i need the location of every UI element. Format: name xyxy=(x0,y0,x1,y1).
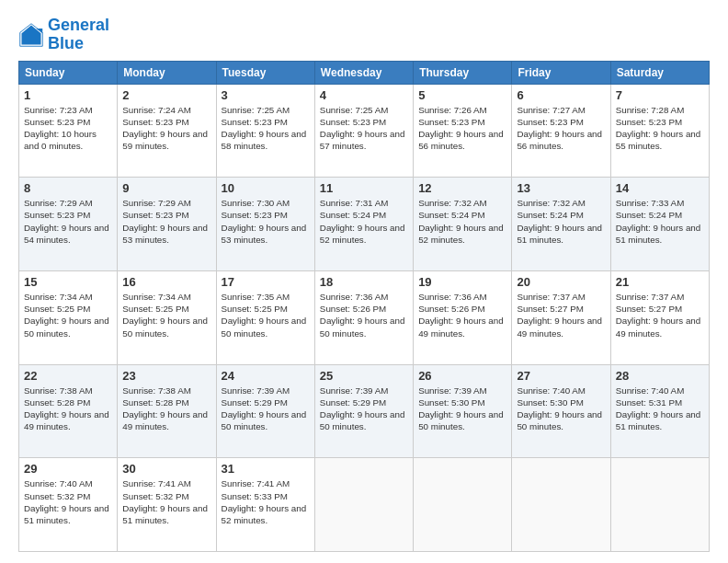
day-number: 24 xyxy=(222,369,310,383)
day-number: 29 xyxy=(24,462,112,476)
day-number: 17 xyxy=(222,275,310,289)
day-info: Sunrise: 7:36 AMSunset: 5:26 PMDaylight:… xyxy=(320,291,408,339)
day-number: 7 xyxy=(616,88,704,102)
day-info: Sunrise: 7:33 AMSunset: 5:24 PMDaylight:… xyxy=(616,197,704,246)
calendar-cell: 11 Sunrise: 7:31 AMSunset: 5:24 PMDaylig… xyxy=(314,178,413,271)
weekday-header-friday: Friday xyxy=(512,61,610,84)
day-number: 3 xyxy=(222,88,310,102)
weekday-header-sunday: Sunday xyxy=(19,61,118,84)
day-info: Sunrise: 7:34 AMSunset: 5:25 PMDaylight:… xyxy=(122,291,210,339)
day-info: Sunrise: 7:41 AMSunset: 5:32 PMDaylight:… xyxy=(122,477,210,526)
calendar-cell: 20 Sunrise: 7:37 AMSunset: 5:27 PMDaylig… xyxy=(512,270,610,364)
calendar-cell: 12 Sunrise: 7:32 AMSunset: 5:24 PMDaylig… xyxy=(414,178,512,271)
day-info: Sunrise: 7:39 AMSunset: 5:29 PMDaylight:… xyxy=(222,385,310,433)
day-number: 5 xyxy=(418,88,506,102)
day-info: Sunrise: 7:37 AMSunset: 5:27 PMDaylight:… xyxy=(616,291,704,339)
day-number: 10 xyxy=(222,181,310,195)
day-number: 13 xyxy=(517,181,605,195)
day-info: Sunrise: 7:38 AMSunset: 5:28 PMDaylight:… xyxy=(122,385,210,433)
calendar-cell: 28 Sunrise: 7:40 AMSunset: 5:31 PMDaylig… xyxy=(610,364,709,458)
calendar-header-row: SundayMondayTuesdayWednesdayThursdayFrid… xyxy=(19,61,710,84)
calendar-cell: 22 Sunrise: 7:38 AMSunset: 5:28 PMDaylig… xyxy=(19,364,118,458)
day-info: Sunrise: 7:36 AMSunset: 5:26 PMDaylight:… xyxy=(418,291,506,339)
day-info: Sunrise: 7:28 AMSunset: 5:23 PMDaylight:… xyxy=(616,104,704,153)
day-number: 25 xyxy=(320,369,408,383)
weekday-header-thursday: Thursday xyxy=(414,61,512,84)
day-info: Sunrise: 7:27 AMSunset: 5:23 PMDaylight:… xyxy=(517,104,605,153)
day-info: Sunrise: 7:31 AMSunset: 5:24 PMDaylight:… xyxy=(320,197,408,246)
calendar-cell xyxy=(414,458,512,552)
calendar-cell: 10 Sunrise: 7:30 AMSunset: 5:23 PMDaylig… xyxy=(216,178,314,271)
calendar-week-row: 22 Sunrise: 7:38 AMSunset: 5:28 PMDaylig… xyxy=(19,364,710,458)
weekday-header-wednesday: Wednesday xyxy=(314,61,413,84)
calendar-cell: 16 Sunrise: 7:34 AMSunset: 5:25 PMDaylig… xyxy=(118,270,216,364)
day-info: Sunrise: 7:41 AMSunset: 5:33 PMDaylight:… xyxy=(222,477,310,526)
day-number: 12 xyxy=(418,181,506,195)
calendar-cell: 25 Sunrise: 7:39 AMSunset: 5:29 PMDaylig… xyxy=(314,364,413,458)
logo-icon xyxy=(18,22,44,48)
calendar-cell: 26 Sunrise: 7:39 AMSunset: 5:30 PMDaylig… xyxy=(414,364,512,458)
calendar-cell: 24 Sunrise: 7:39 AMSunset: 5:29 PMDaylig… xyxy=(216,364,314,458)
calendar-cell: 1 Sunrise: 7:23 AMSunset: 5:23 PMDayligh… xyxy=(19,84,118,178)
day-number: 4 xyxy=(320,88,408,102)
day-number: 19 xyxy=(418,275,506,289)
calendar-cell xyxy=(314,458,413,552)
calendar-cell: 3 Sunrise: 7:25 AMSunset: 5:23 PMDayligh… xyxy=(216,84,314,178)
calendar-cell xyxy=(610,458,709,552)
day-number: 9 xyxy=(122,181,210,195)
calendar-cell: 30 Sunrise: 7:41 AMSunset: 5:32 PMDaylig… xyxy=(118,458,216,552)
day-info: Sunrise: 7:40 AMSunset: 5:31 PMDaylight:… xyxy=(616,385,704,433)
day-number: 20 xyxy=(517,275,605,289)
calendar-cell: 19 Sunrise: 7:36 AMSunset: 5:26 PMDaylig… xyxy=(414,270,512,364)
calendar-cell: 18 Sunrise: 7:36 AMSunset: 5:26 PMDaylig… xyxy=(314,270,413,364)
calendar-cell xyxy=(512,458,610,552)
calendar-cell: 27 Sunrise: 7:40 AMSunset: 5:30 PMDaylig… xyxy=(512,364,610,458)
day-info: Sunrise: 7:37 AMSunset: 5:27 PMDaylight:… xyxy=(517,291,605,339)
calendar-cell: 29 Sunrise: 7:40 AMSunset: 5:32 PMDaylig… xyxy=(19,458,118,552)
calendar-cell: 31 Sunrise: 7:41 AMSunset: 5:33 PMDaylig… xyxy=(216,458,314,552)
day-number: 1 xyxy=(24,88,112,102)
day-info: Sunrise: 7:24 AMSunset: 5:23 PMDaylight:… xyxy=(122,104,210,153)
day-number: 6 xyxy=(517,88,605,102)
day-info: Sunrise: 7:40 AMSunset: 5:32 PMDaylight:… xyxy=(24,477,112,526)
day-info: Sunrise: 7:35 AMSunset: 5:25 PMDaylight:… xyxy=(222,291,310,339)
page: General Blue SundayMondayTuesdayWednesda… xyxy=(0,0,728,563)
day-number: 30 xyxy=(122,462,210,476)
calendar-cell: 6 Sunrise: 7:27 AMSunset: 5:23 PMDayligh… xyxy=(512,84,610,178)
svg-marker-0 xyxy=(22,25,41,44)
calendar-cell: 5 Sunrise: 7:26 AMSunset: 5:23 PMDayligh… xyxy=(414,84,512,178)
day-number: 8 xyxy=(24,181,112,195)
day-number: 2 xyxy=(122,88,210,102)
calendar-cell: 17 Sunrise: 7:35 AMSunset: 5:25 PMDaylig… xyxy=(216,270,314,364)
day-info: Sunrise: 7:26 AMSunset: 5:23 PMDaylight:… xyxy=(418,104,506,153)
weekday-header-monday: Monday xyxy=(118,61,216,84)
day-info: Sunrise: 7:30 AMSunset: 5:23 PMDaylight:… xyxy=(222,197,310,246)
calendar-cell: 7 Sunrise: 7:28 AMSunset: 5:23 PMDayligh… xyxy=(610,84,709,178)
day-info: Sunrise: 7:32 AMSunset: 5:24 PMDaylight:… xyxy=(517,197,605,246)
day-number: 23 xyxy=(122,369,210,383)
calendar-cell: 4 Sunrise: 7:25 AMSunset: 5:23 PMDayligh… xyxy=(314,84,413,178)
calendar-cell: 15 Sunrise: 7:34 AMSunset: 5:25 PMDaylig… xyxy=(19,270,118,364)
calendar-week-row: 8 Sunrise: 7:29 AMSunset: 5:23 PMDayligh… xyxy=(19,178,710,271)
day-info: Sunrise: 7:38 AMSunset: 5:28 PMDaylight:… xyxy=(24,385,112,433)
day-number: 16 xyxy=(122,275,210,289)
day-number: 27 xyxy=(517,369,605,383)
calendar-week-row: 29 Sunrise: 7:40 AMSunset: 5:32 PMDaylig… xyxy=(19,458,710,552)
day-info: Sunrise: 7:25 AMSunset: 5:23 PMDaylight:… xyxy=(222,104,310,153)
day-number: 28 xyxy=(616,369,704,383)
day-info: Sunrise: 7:23 AMSunset: 5:23 PMDaylight:… xyxy=(24,104,112,153)
calendar-cell: 13 Sunrise: 7:32 AMSunset: 5:24 PMDaylig… xyxy=(512,178,610,271)
header: General Blue xyxy=(18,17,710,53)
day-info: Sunrise: 7:40 AMSunset: 5:30 PMDaylight:… xyxy=(517,385,605,433)
calendar-cell: 14 Sunrise: 7:33 AMSunset: 5:24 PMDaylig… xyxy=(610,178,709,271)
day-info: Sunrise: 7:39 AMSunset: 5:29 PMDaylight:… xyxy=(320,385,408,433)
day-info: Sunrise: 7:29 AMSunset: 5:23 PMDaylight:… xyxy=(24,197,112,246)
day-number: 11 xyxy=(320,181,408,195)
day-number: 22 xyxy=(24,369,112,383)
logo: General Blue xyxy=(18,17,109,53)
calendar-table: SundayMondayTuesdayWednesdayThursdayFrid… xyxy=(18,61,710,552)
calendar-cell: 2 Sunrise: 7:24 AMSunset: 5:23 PMDayligh… xyxy=(118,84,216,178)
day-number: 31 xyxy=(222,462,310,476)
calendar-week-row: 1 Sunrise: 7:23 AMSunset: 5:23 PMDayligh… xyxy=(19,84,710,178)
day-info: Sunrise: 7:29 AMSunset: 5:23 PMDaylight:… xyxy=(122,197,210,246)
